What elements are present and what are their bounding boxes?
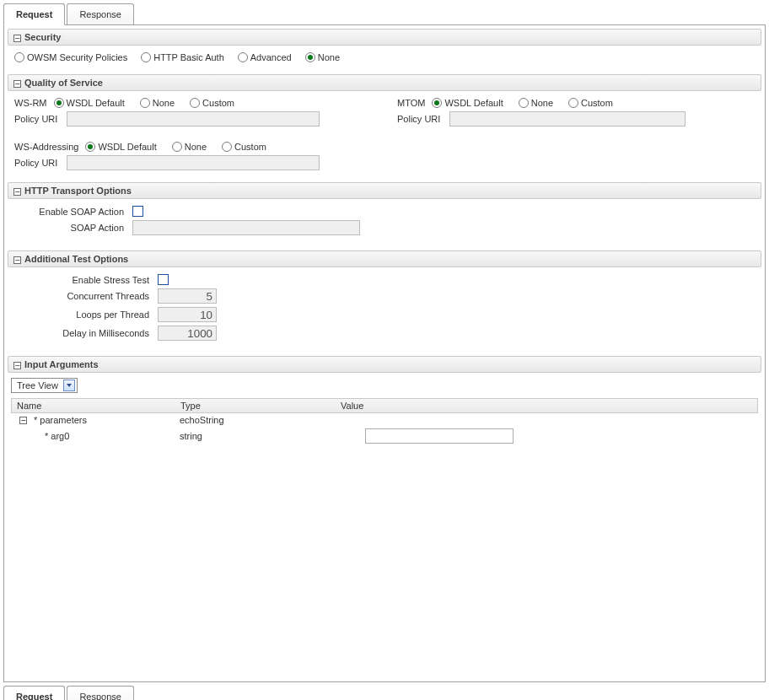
collapse-icon[interactable]: − (13, 80, 21, 88)
delay-label: Delay in Milliseconds (14, 328, 149, 338)
delay-input[interactable] (158, 326, 217, 341)
enable-soap-label: Enable SOAP Action (14, 207, 124, 217)
view-mode-select[interactable]: Tree View (11, 378, 78, 393)
col-name: Name (12, 401, 180, 411)
request-panel: −Security OWSM Security Policies HTTP Ba… (3, 24, 766, 682)
section-title: Additional Test Options (24, 254, 128, 264)
concurrent-input[interactable] (158, 288, 217, 304)
section-title: Input Arguments (24, 359, 99, 369)
radio-wsrm-none[interactable]: None (140, 98, 175, 108)
tabs-top: Request Response (3, 3, 766, 24)
section-inputargs-header[interactable]: −Input Arguments (8, 356, 761, 373)
collapse-icon[interactable]: − (13, 35, 21, 42)
radio-http-basic[interactable]: HTTP Basic Auth (141, 52, 224, 62)
mtom-label: MTOM (397, 98, 425, 108)
section-qos-header[interactable]: −Quality of Service (8, 74, 761, 91)
wsaddr-label: WS-Addressing (14, 142, 78, 152)
section-testopts-header[interactable]: −Additional Test Options (8, 250, 761, 267)
tab-response-bottom[interactable]: Response (67, 686, 134, 700)
table-row: − * parameters echoString (11, 413, 758, 427)
section-title: Security (24, 32, 61, 42)
enable-soap-checkbox[interactable] (132, 206, 143, 217)
args-table: Name Type Value − * parameters echoStrin… (11, 398, 758, 445)
loops-input[interactable] (158, 307, 217, 322)
col-type: Type (180, 401, 341, 411)
radio-wsrm-wsdl[interactable]: WSDL Default (54, 98, 125, 108)
radio-mtom-none[interactable]: None (519, 98, 553, 108)
radio-mtom-wsdl[interactable]: WSDL Default (432, 98, 503, 108)
soap-action-label: SOAP Action (14, 223, 124, 233)
wsaddr-policy-uri-label: Policy URI (14, 158, 62, 168)
radio-owsm[interactable]: OWSM Security Policies (14, 52, 127, 62)
enable-stress-checkbox[interactable] (158, 274, 169, 285)
args-table-header: Name Type Value (11, 398, 758, 413)
radio-none[interactable]: None (305, 52, 340, 62)
concurrent-label: Concurrent Threads (14, 291, 149, 301)
blank-area (11, 445, 758, 673)
radio-wsaddr-custom[interactable]: Custom (222, 142, 266, 152)
wsrm-policy-uri-label: Policy URI (14, 114, 62, 124)
section-title: HTTP Transport Options (24, 186, 132, 196)
section-http-body: Enable SOAP Action SOAP Action (8, 199, 761, 247)
radio-wsaddr-wsdl[interactable]: WSDL Default (85, 142, 156, 152)
radio-wsaddr-none[interactable]: None (172, 142, 207, 152)
section-http-header[interactable]: −HTTP Transport Options (8, 182, 761, 199)
mtom-policy-uri-input[interactable] (449, 111, 686, 127)
arg0-value-input[interactable] (365, 428, 514, 444)
mtom-policy-uri-label: Policy URI (397, 114, 444, 124)
section-title: Quality of Service (24, 78, 103, 88)
chevron-down-icon (63, 380, 75, 391)
wsaddr-policy-uri-input[interactable] (67, 155, 320, 170)
tab-request[interactable]: Request (3, 3, 65, 25)
enable-stress-label: Enable Stress Test (14, 275, 149, 285)
collapse-icon[interactable]: − (13, 256, 21, 264)
soap-action-input[interactable] (132, 220, 360, 235)
collapse-icon[interactable]: − (19, 417, 27, 424)
tabs-bottom: Request Response (3, 686, 766, 700)
section-inputargs-body: Tree View Name Type Value − * parameters… (8, 373, 761, 678)
tab-response[interactable]: Response (67, 3, 134, 24)
section-security-header[interactable]: −Security (8, 29, 761, 46)
collapse-icon[interactable]: − (13, 188, 21, 196)
section-security-body: OWSM Security Policies HTTP Basic Auth A… (8, 46, 761, 71)
wsrm-policy-uri-input[interactable] (67, 111, 320, 127)
collapse-icon[interactable]: − (13, 362, 21, 369)
wsrm-label: WS-RM (14, 98, 47, 108)
col-value: Value (341, 401, 757, 411)
radio-wsrm-custom[interactable]: Custom (190, 98, 234, 108)
table-row: * arg0 string (11, 427, 758, 445)
radio-mtom-custom[interactable]: Custom (568, 98, 613, 108)
radio-advanced[interactable]: Advanced (238, 52, 292, 62)
tab-request-bottom[interactable]: Request (3, 686, 65, 700)
section-qos-body: WS-RM WSDL Default None Custom Policy UR… (8, 91, 761, 179)
section-testopts-body: Enable Stress Test Concurrent Threads Lo… (8, 267, 761, 353)
loops-label: Loops per Thread (14, 310, 149, 320)
